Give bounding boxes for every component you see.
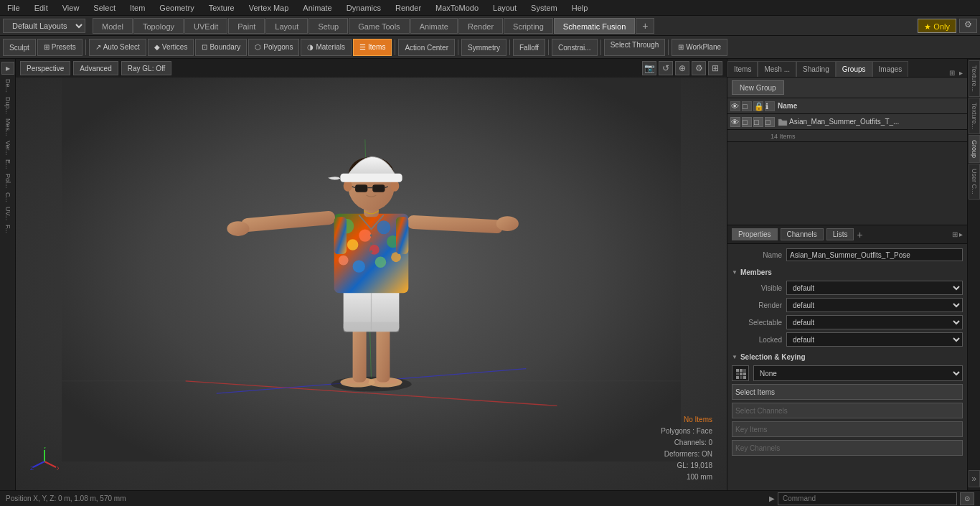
props-expand-btn[interactable]: ⊞ <box>952 230 958 238</box>
new-group-button[interactable]: New Group <box>732 80 784 95</box>
props-tab-channels[interactable]: Channels <box>781 228 824 240</box>
auto-select-button[interactable]: ↗ Auto Select <box>89 39 146 56</box>
menu-item[interactable]: Item <box>126 0 149 16</box>
gr-icon-lock[interactable]: □ <box>753 117 763 127</box>
left-sidebar-btn-1[interactable]: ▶ <box>1 62 14 75</box>
select-channels-button[interactable]: Select Channels <box>732 403 963 418</box>
col-icon-eye[interactable]: 👁 <box>730 101 740 111</box>
menu-file[interactable]: File <box>3 0 24 16</box>
sidebar-label-pol[interactable]: Pol... <box>4 174 11 189</box>
tab-paint[interactable]: Paint <box>228 18 265 34</box>
name-input[interactable] <box>786 248 963 261</box>
keying-none-select[interactable]: None <box>753 365 963 381</box>
members-section-header[interactable]: ▼ Members <box>732 266 963 278</box>
group-row-1[interactable]: 👁 □ □ □ Asian_Man_Summer_Outfits_T_... <box>727 114 967 130</box>
layouts-dropdown[interactable]: Default Layouts <box>3 19 85 33</box>
render-select[interactable]: default <box>786 298 963 312</box>
gr-icon-info[interactable]: □ <box>765 117 775 127</box>
sidebar-label-e[interactable]: E... <box>4 159 11 169</box>
vertices-button[interactable]: ◆ Vertices <box>148 39 194 56</box>
menu-edit[interactable]: Edit <box>30 0 52 16</box>
items-button[interactable]: ☰ Items <box>353 39 392 56</box>
props-float-btn[interactable]: ▸ <box>959 230 963 238</box>
sculpt-button[interactable]: Sculpt <box>3 39 36 56</box>
menu-view[interactable]: View <box>58 0 84 16</box>
tab-render[interactable]: Render <box>458 18 503 34</box>
locked-select[interactable]: default <box>786 332 963 347</box>
menu-vertex-map[interactable]: Vertex Map <box>245 0 293 16</box>
sidebar-label-dup[interactable]: Dup... <box>4 97 11 114</box>
command-run-button[interactable]: ⊙ <box>960 492 974 505</box>
key-channels-button[interactable]: Key Channels <box>732 440 963 456</box>
vp-icon-settings[interactable]: ⚙ <box>692 61 706 75</box>
keying-section-header[interactable]: ▼ Selection & Keying <box>732 350 963 363</box>
polygons-button[interactable]: ⬡ Polygons <box>248 39 299 56</box>
sidebar-label-mesh[interactable]: Mes... <box>4 118 11 136</box>
tab-topology[interactable]: Topology <box>133 18 184 34</box>
sidebar-label-uv[interactable]: UV... <box>4 207 11 220</box>
vp-icon-rotate[interactable]: ↺ <box>659 61 673 75</box>
right-edge-arrows-btn[interactable]: » <box>969 470 980 487</box>
menu-maxtomode[interactable]: MaxToModo <box>431 0 483 16</box>
star-only-button[interactable]: ★ Only <box>918 19 956 33</box>
tab-setup[interactable]: Setup <box>308 18 348 34</box>
menu-geometry[interactable]: Geometry <box>155 0 198 16</box>
vp-advanced-tab[interactable]: Advanced <box>73 61 118 75</box>
vp-icon-expand[interactable]: ⊞ <box>708 61 722 75</box>
menu-system[interactable]: System <box>527 0 562 16</box>
right-edge-tab-texture2[interactable]: Texture... <box>969 98 980 134</box>
vp-perspective-tab[interactable]: Perspective <box>20 61 70 75</box>
sidebar-label-c[interactable]: C... <box>4 192 11 202</box>
right-edge-tab-texture1[interactable]: Texture... <box>969 60 980 97</box>
rp-tab-images[interactable]: Images <box>872 61 909 77</box>
constraints-button[interactable]: Constrai... <box>552 39 598 56</box>
menu-select[interactable]: Select <box>89 0 120 16</box>
rp-shrink-btn[interactable]: ▸ <box>958 69 964 77</box>
menu-render[interactable]: Render <box>391 0 425 16</box>
vp-raygl-tab[interactable]: Ray GL: Off <box>121 61 172 75</box>
menu-texture[interactable]: Texture <box>204 0 239 16</box>
props-add-button[interactable]: + <box>857 229 862 240</box>
tab-game-tools[interactable]: Game Tools <box>349 18 410 34</box>
rp-tab-mesh[interactable]: Mesh ... <box>758 61 796 77</box>
tab-scripting[interactable]: Scripting <box>504 18 553 34</box>
menu-layout[interactable]: Layout <box>489 0 521 16</box>
boundary-button[interactable]: ⊡ Boundary <box>195 39 247 56</box>
tab-animate[interactable]: Animate <box>410 18 458 34</box>
vp-icon-zoom[interactable]: ⊕ <box>675 61 689 75</box>
falloff-button[interactable]: Falloff <box>513 39 545 56</box>
visible-select[interactable]: default <box>786 281 963 295</box>
vp-icon-camera[interactable]: 📷 <box>642 61 656 75</box>
tab-add-button[interactable]: + <box>636 18 654 34</box>
sidebar-label-ver[interactable]: Ver... <box>4 141 11 156</box>
sidebar-label-f[interactable]: F... <box>4 225 11 233</box>
gear-button[interactable]: ⚙ <box>959 19 977 33</box>
keying-icon[interactable] <box>732 365 749 381</box>
menu-help[interactable]: Help <box>567 0 593 16</box>
command-input[interactable] <box>778 492 957 505</box>
tab-schematic-fusion[interactable]: Schematic Fusion <box>554 18 635 34</box>
gr-icon-eye[interactable]: 👁 <box>730 117 740 127</box>
props-tab-lists[interactable]: Lists <box>826 228 854 240</box>
viewport[interactable]: Perspective Advanced Ray GL: Off 📷 ↺ ⊕ ⚙… <box>16 59 727 490</box>
col-icon-render[interactable]: □ <box>742 101 752 111</box>
key-items-button[interactable]: Key Items <box>732 421 963 437</box>
tab-layout[interactable]: Layout <box>265 18 308 34</box>
col-icon-info[interactable]: ℹ <box>765 101 775 111</box>
right-edge-tab-group[interactable]: Group <box>969 135 980 163</box>
materials-button[interactable]: ◑ Materials <box>301 39 352 56</box>
col-icon-lock[interactable]: 🔒 <box>753 101 763 111</box>
menu-dynamics[interactable]: Dynamics <box>342 0 385 16</box>
props-tab-properties[interactable]: Properties <box>732 228 778 240</box>
tab-uvedit[interactable]: UVEdit <box>184 18 227 34</box>
rp-tab-groups[interactable]: Groups <box>836 61 872 77</box>
workplane-button[interactable]: ⊞ WorkPlane <box>672 39 727 56</box>
tab-model[interactable]: Model <box>93 18 133 34</box>
rp-tab-shading[interactable]: Shading <box>796 61 836 77</box>
select-items-button[interactable]: Select Items <box>732 384 963 400</box>
rp-expand-btn[interactable]: ⊞ <box>948 69 956 77</box>
gr-icon-render[interactable]: □ <box>742 117 752 127</box>
right-edge-tab-userc[interactable]: User C... <box>969 164 980 200</box>
action-center-button[interactable]: Action Center <box>398 39 455 56</box>
sidebar-label-de[interactable]: De... <box>4 79 11 93</box>
